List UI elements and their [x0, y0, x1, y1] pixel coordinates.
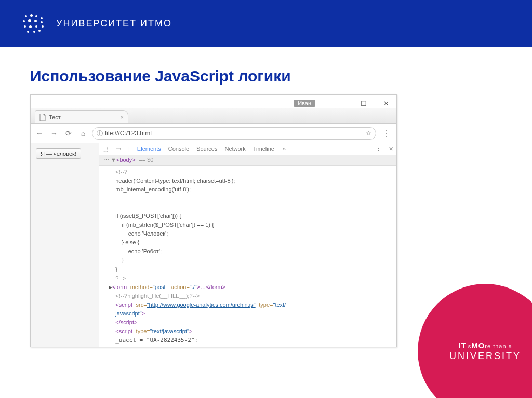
devtools-tab-sources[interactable]: Sources: [196, 146, 217, 152]
logo: УНИВЕРСИТЕТ ИТМО: [21, 13, 172, 34]
home-icon[interactable]: ⌂: [77, 129, 89, 138]
user-tag[interactable]: Иван: [294, 100, 315, 107]
info-icon: i: [97, 130, 103, 136]
tab-bar: Тест ×: [31, 108, 396, 124]
device-toggle-icon[interactable]: ▭: [115, 145, 121, 153]
menu-icon[interactable]: ⋮: [379, 129, 393, 139]
devtools-tab-console[interactable]: Console: [168, 146, 189, 152]
bookmark-star-icon[interactable]: ☆: [366, 130, 371, 137]
logo-dots-icon: [21, 13, 47, 34]
slide-title: Использование JavaScript логики: [30, 67, 532, 85]
devtools-tab-elements[interactable]: Elements: [137, 146, 161, 152]
minimize-icon[interactable]: —: [337, 100, 344, 107]
university-name: УНИВЕРСИТЕТ ИТМО: [56, 18, 172, 29]
devtools-close-icon[interactable]: ✕: [389, 146, 393, 153]
address-bar: ← → ⟳ ⌂ i file:///C:/123.html ☆ ⋮: [31, 124, 396, 143]
devtools-menu-icon[interactable]: ⋮: [376, 146, 381, 153]
close-icon[interactable]: ✕: [383, 100, 389, 107]
crumb-sel: == $0: [139, 157, 153, 163]
devtools-tab-network[interactable]: Network: [224, 146, 245, 152]
devtools-more-icon[interactable]: »: [283, 146, 286, 152]
devtools-source[interactable]: <!--? header('Content-type: text/html; c…: [99, 166, 396, 347]
browser-window: Иван — ☐ ✕ Тест × ← → ⟳ ⌂ i file:///C:/1…: [30, 94, 397, 347]
header-band: УНИВЕРСИТЕТ ИТМО: [0, 0, 532, 47]
browser-tab[interactable]: Тест ×: [35, 110, 128, 123]
badge-line1: IT'sMOre than a: [458, 341, 512, 350]
rendered-page: Я — человек!: [31, 143, 99, 347]
devtools-breadcrumb[interactable]: ⋯ ▼<body> == $0: [99, 155, 396, 166]
tab-close-icon[interactable]: ×: [121, 114, 124, 120]
back-icon[interactable]: ←: [34, 129, 45, 138]
maximize-icon[interactable]: ☐: [361, 100, 367, 107]
inspect-icon[interactable]: ⬚: [102, 145, 108, 153]
tab-title: Тест: [49, 114, 61, 120]
forward-icon[interactable]: →: [48, 129, 60, 138]
human-button[interactable]: Я — человек!: [36, 148, 81, 159]
reload-icon[interactable]: ⟳: [63, 129, 74, 138]
url-text: file:///C:/123.html: [105, 130, 152, 137]
crumb-tag: <body>: [116, 157, 136, 163]
devtools-toolbar: ⬚ ▭ | Elements Console Sources Network T…: [99, 143, 396, 155]
badge-line2: UNIVERSITY: [449, 351, 521, 362]
brand-badge: IT'sMOre than a UNIVERSITY: [418, 284, 532, 398]
url-field[interactable]: i file:///C:/123.html ☆: [92, 127, 376, 140]
page-icon: [39, 114, 46, 121]
window-controls: Иван — ☐ ✕: [31, 95, 396, 108]
devtools-tab-timeline[interactable]: Timeline: [253, 146, 274, 152]
devtools-panel: ⬚ ▭ | Elements Console Sources Network T…: [99, 143, 396, 347]
